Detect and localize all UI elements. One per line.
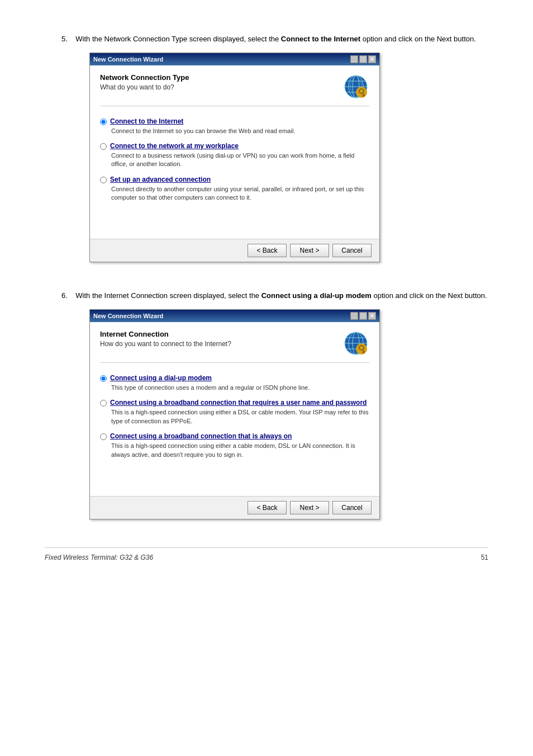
close-icon-2[interactable]: ✕ [368, 312, 376, 320]
dialog-2-options: Connect using a dial-up modem This type … [100, 371, 369, 469]
dialog-1-next-button[interactable]: Next > [290, 244, 329, 257]
dialog-1-footer: < Back Next > Cancel [90, 239, 379, 262]
dialog-1-content: Network Connection Type What do you want… [90, 65, 379, 239]
step-2-number: 6. [61, 291, 68, 300]
dialog-1-back-button[interactable]: < Back [248, 244, 287, 257]
dialog-2-option-2-title[interactable]: Connect using a broadband connection tha… [110, 399, 367, 407]
dialog-1-titlebar: New Connection Wizard _ □ ✕ [90, 53, 379, 65]
dialog-2-option-2-label-line: Connect using a broadband connection tha… [100, 399, 369, 407]
dialog-2-radio-1[interactable] [100, 375, 107, 382]
dialog-1-radio-1[interactable] [100, 119, 107, 125]
dialog-2-next-button[interactable]: Next > [290, 501, 329, 514]
dialog-1-header-title: Network Connection Type [100, 73, 189, 82]
minimize-icon[interactable]: _ [350, 55, 358, 63]
dialog-2-option-2-desc: This is a high-speed connection using ei… [111, 408, 369, 426]
step-2: 6. With the Internet Connection screen d… [45, 290, 488, 519]
dialog-1-option-1-title[interactable]: Connect to the Internet [110, 117, 183, 125]
step-2-intro-plain: With the Internet Connection screen disp… [75, 291, 261, 300]
step-2-intro: 6. With the Internet Connection screen d… [45, 290, 488, 301]
step-1-number: 5. [61, 35, 68, 43]
dialog-2-option-2: Connect using a broadband connection tha… [100, 399, 369, 426]
dialog-1-option-1-label-line: Connect to the Internet [100, 117, 369, 125]
dialog-2-radio-2[interactable] [100, 400, 107, 407]
dialog-2-header: Internet Connection How do you want to c… [100, 330, 369, 363]
dialog-2-option-3-title[interactable]: Connect using a broadband connection tha… [110, 432, 292, 440]
page-footer: Fixed Wireless Terminal: G32 & G36 51 [45, 547, 488, 561]
dialog-1-option-2: Connect to the network at my workplace C… [100, 142, 369, 169]
dialog-2-header-subtitle: How do you want to connect to the Intern… [100, 340, 231, 348]
dialog-1-options: Connect to the Internet Connect to the I… [100, 114, 369, 212]
dialog-1-option-3-label-line: Set up an advanced connection [100, 176, 369, 183]
maximize-icon[interactable]: □ [359, 55, 367, 63]
dialog-2-radio-3[interactable] [100, 433, 107, 440]
dialog-1-cancel-button[interactable]: Cancel [332, 244, 372, 257]
dialog-2-option-1-title[interactable]: Connect using a dial-up modem [110, 374, 212, 382]
dialog-1-option-3-title[interactable]: Set up an advanced connection [110, 176, 211, 183]
dialog-2-option-3-label-line: Connect using a broadband connection tha… [100, 432, 369, 440]
dialog-1-option-2-title[interactable]: Connect to the network at my workplace [110, 142, 239, 150]
step-1-intro-bold: Connect to the Internet [281, 35, 360, 43]
step-2-intro-rest: option and click on the Next button. [372, 291, 487, 300]
dialog-1: New Connection Wizard _ □ ✕ Network Conn… [89, 53, 380, 263]
dialog-1-option-2-label-line: Connect to the network at my workplace [100, 142, 369, 150]
step-1-intro-plain: With the Network Connection Type screen … [75, 35, 281, 43]
dialog-2-titlebar: New Connection Wizard _ □ ✕ [90, 310, 379, 322]
dialog-2-content: Internet Connection How do you want to c… [90, 322, 379, 496]
network-icon-2 [342, 330, 369, 357]
minimize-icon-2[interactable]: _ [350, 312, 358, 320]
svg-rect-23 [363, 352, 364, 353]
step-1-intro-rest: option and click on the Next button. [360, 35, 476, 43]
footer-left: Fixed Wireless Terminal: G32 & G36 [45, 554, 153, 561]
dialog-2-option-1-desc: This type of connection uses a modem and… [111, 384, 369, 392]
dialog-2-spacer [100, 469, 369, 492]
dialog-2-title: New Connection Wizard [93, 313, 163, 319]
dialog-2-option-1-label-line: Connect using a dial-up modem [100, 374, 369, 382]
dialog-1-spacer [100, 212, 369, 234]
dialog-1-option-3-desc: Connect directly to another computer usi… [111, 185, 369, 202]
dialog-2-title-section: Internet Connection How do you want to c… [100, 330, 231, 348]
step-1: 5. With the Network Connection Type scre… [45, 34, 488, 262]
svg-rect-11 [363, 96, 364, 97]
dialog-1-radio-3[interactable] [100, 177, 107, 183]
dialog-1-radio-2[interactable] [100, 143, 107, 150]
dialog-2-controls: _ □ ✕ [350, 312, 376, 320]
dialog-2-option-3: Connect using a broadband connection tha… [100, 432, 369, 459]
dialog-2-header-title: Internet Connection [100, 330, 231, 338]
step-2-intro-bold: Connect using a dial-up modem [261, 291, 372, 300]
maximize-icon-2[interactable]: □ [359, 312, 367, 320]
dialog-2-option-1: Connect using a dial-up modem This type … [100, 374, 369, 392]
network-icon-1 [342, 73, 369, 100]
dialog-1-header-subtitle: What do you want to do? [100, 83, 189, 91]
dialog-2-footer: < Back Next > Cancel [90, 496, 379, 519]
dialog-2: New Connection Wizard _ □ ✕ Internet Con… [89, 309, 380, 519]
dialog-1-option-3: Set up an advanced connection Connect di… [100, 176, 369, 202]
svg-rect-10 [363, 94, 365, 96]
dialog-1-option-1: Connect to the Internet Connect to the I… [100, 117, 369, 135]
svg-rect-22 [363, 351, 365, 352]
dialog-2-cancel-button[interactable]: Cancel [332, 501, 372, 514]
step-1-intro: 5. With the Network Connection Type scre… [45, 34, 488, 45]
dialog-1-controls: _ □ ✕ [350, 55, 376, 63]
dialog-1-option-2-desc: Connect to a business network (using dia… [111, 152, 369, 169]
dialog-2-option-3-desc: This is a high-speed connection using ei… [111, 442, 369, 459]
dialog-1-title: New Connection Wizard [93, 56, 163, 63]
dialog-1-option-1-desc: Connect to the Internet so you can brows… [111, 127, 369, 135]
dialog-2-back-button[interactable]: < Back [248, 501, 287, 514]
footer-right: 51 [481, 554, 488, 561]
dialog-1-title-section: Network Connection Type What do you want… [100, 73, 189, 91]
dialog-1-header: Network Connection Type What do you want… [100, 73, 369, 106]
close-icon[interactable]: ✕ [368, 55, 376, 63]
